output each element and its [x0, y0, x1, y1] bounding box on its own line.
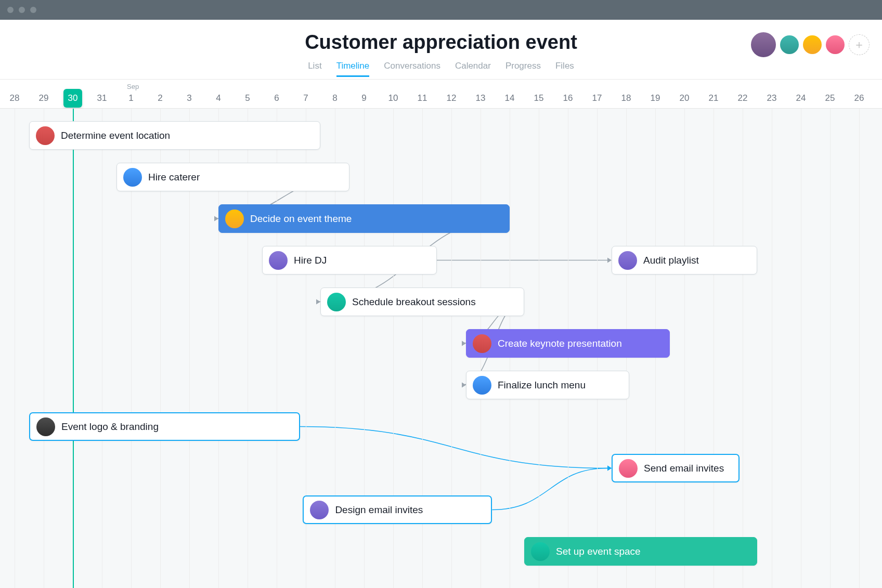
project-tabs: ListTimelineConversationsCalendarProgres… — [0, 61, 882, 77]
tab-progress[interactable]: Progress — [505, 61, 541, 77]
timeline-day: 30 — [63, 89, 82, 108]
task-bar[interactable]: Hire caterer — [116, 163, 349, 191]
arrowhead-icon — [316, 299, 320, 305]
timeline-day: 6 — [262, 93, 291, 103]
task-bar[interactable]: Finalize lunch menu — [466, 371, 629, 399]
arrowhead-icon — [607, 466, 612, 471]
assignee-avatar[interactable] — [269, 251, 288, 270]
task-bar[interactable]: Set up event space — [524, 537, 757, 566]
task-bar[interactable]: Create keynote presentation — [466, 329, 670, 358]
task-bar[interactable]: Event logo & branding — [29, 412, 300, 441]
tab-calendar[interactable]: Calendar — [455, 61, 491, 77]
task-label: Audit playlist — [643, 255, 699, 266]
arrowhead-icon — [607, 466, 612, 471]
grid-line — [684, 109, 685, 588]
task-bar[interactable]: Schedule breakout sessions — [320, 288, 524, 316]
task-label: Event logo & branding — [61, 421, 159, 433]
timeline-day: 11 — [408, 93, 437, 103]
tab-files[interactable]: Files — [555, 61, 574, 77]
task-bar[interactable]: Hire DJ — [262, 246, 437, 275]
grid-line — [44, 109, 44, 588]
arrowhead-icon — [462, 341, 466, 346]
timeline-day: 20 — [670, 93, 699, 103]
task-label: Hire caterer — [148, 172, 200, 183]
assignee-avatar[interactable] — [473, 376, 491, 395]
grid-line — [801, 109, 801, 588]
task-label: Finalize lunch menu — [498, 380, 586, 391]
timeline-ruler: 2829303112345678910111213141516171819202… — [0, 80, 882, 109]
timeline-day: 12 — [437, 93, 466, 103]
timeline-day: 28 — [0, 93, 29, 103]
timeline-day: 29 — [29, 93, 58, 103]
member-avatar[interactable] — [780, 35, 799, 54]
task-bar[interactable]: Send email invites — [612, 454, 740, 482]
timeline-day: 13 — [466, 93, 495, 103]
assignee-avatar[interactable] — [123, 168, 142, 187]
timeline-day: 19 — [641, 93, 670, 103]
task-label: Set up event space — [556, 546, 641, 557]
project-title: Customer appreciation event — [0, 20, 882, 54]
grid-line — [830, 109, 831, 588]
timeline-day: 15 — [524, 93, 553, 103]
grid-line — [714, 109, 714, 588]
grid-line — [859, 109, 860, 588]
add-member-button[interactable]: ＋ — [849, 34, 870, 55]
assignee-avatar[interactable] — [327, 293, 346, 311]
task-label: Schedule breakout sessions — [352, 296, 476, 308]
timeline-day: 5 — [233, 93, 262, 103]
timeline-day: 9 — [349, 93, 379, 103]
assignee-avatar[interactable] — [36, 126, 55, 145]
task-label: Hire DJ — [294, 255, 327, 266]
task-bar[interactable]: Determine event location — [29, 121, 320, 150]
timeline-day: 16 — [553, 93, 582, 103]
traffic-light-icon — [7, 7, 14, 13]
timeline-day: 31 — [87, 93, 116, 103]
timeline-day: 2 — [146, 93, 175, 103]
assignee-avatar[interactable] — [225, 210, 244, 228]
assignee-avatar[interactable] — [619, 459, 638, 478]
timeline-day: 1 — [116, 93, 146, 103]
timeline-canvas[interactable]: Determine event locationHire catererDeci… — [0, 109, 882, 588]
assignee-avatar[interactable] — [618, 251, 637, 270]
arrowhead-icon — [462, 383, 466, 388]
traffic-light-icon — [30, 7, 36, 13]
task-bar[interactable]: Audit playlist — [612, 246, 757, 275]
grid-line — [772, 109, 772, 588]
task-bar[interactable]: Design email invites — [303, 495, 492, 524]
assignee-avatar[interactable] — [473, 334, 491, 353]
month-label: Sep — [127, 83, 139, 90]
timeline-day: 17 — [582, 93, 612, 103]
assignee-avatar[interactable] — [310, 501, 329, 519]
tab-list[interactable]: List — [308, 61, 321, 77]
timeline-day: 14 — [495, 93, 524, 103]
timeline-day: 18 — [612, 93, 641, 103]
assignee-avatar[interactable] — [36, 417, 55, 436]
timeline-day: 10 — [379, 93, 408, 103]
timeline-day: 4 — [204, 93, 233, 103]
grid-line — [743, 109, 743, 588]
grid-line — [102, 109, 102, 588]
member-avatar[interactable] — [751, 32, 776, 57]
timeline-day: 23 — [757, 93, 786, 103]
task-label: Design email invites — [335, 504, 423, 516]
task-label: Create keynote presentation — [498, 338, 622, 349]
timeline-day: 25 — [815, 93, 845, 103]
member-avatar[interactable] — [826, 35, 845, 54]
assignee-avatar[interactable] — [531, 542, 550, 561]
member-avatar[interactable] — [803, 35, 822, 54]
grid-line — [15, 109, 15, 588]
tab-conversations[interactable]: Conversations — [384, 61, 440, 77]
dependency-line — [300, 427, 607, 468]
timeline-day: 24 — [786, 93, 815, 103]
tab-timeline[interactable]: Timeline — [336, 61, 370, 77]
project-members: ＋ — [751, 32, 870, 57]
timeline-day: 7 — [291, 93, 320, 103]
task-label: Send email invites — [644, 463, 724, 474]
arrowhead-icon — [214, 216, 218, 221]
task-label: Determine event location — [61, 130, 170, 141]
timeline-day: 3 — [175, 93, 204, 103]
timeline-day: 21 — [699, 93, 728, 103]
today-marker-line — [73, 109, 74, 588]
task-bar[interactable]: Decide on event theme — [218, 204, 510, 233]
window-chrome — [0, 0, 882, 20]
